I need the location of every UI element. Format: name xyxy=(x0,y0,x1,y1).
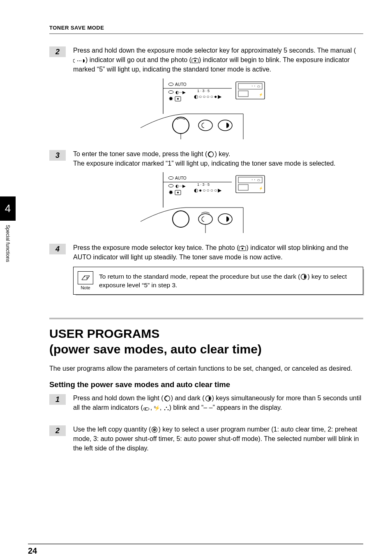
note-label: Note xyxy=(81,285,90,290)
svg-point-24 xyxy=(198,120,212,131)
page-footer: 24 xyxy=(28,543,363,554)
svg-text:✸: ✸ xyxy=(168,189,173,196)
step-number: 2 xyxy=(49,425,66,436)
svg-point-44 xyxy=(173,211,189,227)
svg-point-26 xyxy=(208,152,214,157)
svg-text:◐○○○○●▶: ◐○○○○●▶ xyxy=(194,94,222,99)
svg-point-1 xyxy=(79,60,80,61)
svg-point-59 xyxy=(167,409,168,410)
svg-text:⠂⠂ ⬭: ⠂⠂ ⬭ xyxy=(251,85,260,88)
step-number: 3 xyxy=(49,150,66,161)
side-tab: 4 Special functions xyxy=(0,196,16,274)
note-box: Note To return to the standard mode, rep… xyxy=(73,267,363,295)
svg-point-31 xyxy=(168,184,173,187)
step-number: 2 xyxy=(49,46,66,57)
svg-point-47 xyxy=(218,214,232,224)
step-number: 1 xyxy=(49,394,66,405)
svg-point-58 xyxy=(166,406,167,408)
svg-point-13 xyxy=(177,98,179,99)
svg-text:8: 8 xyxy=(154,406,156,409)
svg-point-49 xyxy=(242,248,243,249)
svg-point-35 xyxy=(177,192,179,193)
svg-point-51 xyxy=(164,396,170,401)
control-panel-figure: AUTO ◐···▶ ✸ 1 · 3 · 5 ◐●○○○○▶ ⠂⠂ ⬭ ⚡ xyxy=(49,172,363,235)
step-body: Use the left copy quantity () key to sel… xyxy=(73,425,363,453)
svg-rect-18 xyxy=(238,91,248,97)
section-rule xyxy=(49,318,363,319)
svg-point-7 xyxy=(168,83,173,85)
svg-text:⠂⠂ ⬭: ⠂⠂ ⬭ xyxy=(251,178,260,182)
svg-text:✸: ✸ xyxy=(168,95,173,102)
svg-point-29 xyxy=(168,176,173,179)
svg-text:⚡: ⚡ xyxy=(259,186,263,190)
note-icon xyxy=(78,271,93,284)
step-number: 4 xyxy=(49,244,66,254)
svg-point-2 xyxy=(81,60,81,61)
note-text: To return to the standard mode, repeat t… xyxy=(99,272,357,290)
svg-text:◐···▶: ◐···▶ xyxy=(175,90,186,95)
step-body: Press and hold down the exposure mode se… xyxy=(73,46,363,74)
section-title: USER PROGRAMS xyxy=(49,327,363,341)
section-intro: The user programs allow the parameters o… xyxy=(49,364,363,373)
chapter-number: 4 xyxy=(0,196,16,221)
svg-text:◐●○○○○▶: ◐●○○○○▶ xyxy=(194,187,222,193)
running-header: TONER SAVE MODE xyxy=(49,25,363,34)
page-number: 24 xyxy=(28,546,37,554)
chapter-label: Special functions xyxy=(0,221,16,274)
svg-point-50 xyxy=(301,274,307,279)
section-subhead: Setting the power save modes and auto cl… xyxy=(49,380,363,389)
svg-point-4 xyxy=(194,60,196,62)
step-body: To enter the toner save mode, press the … xyxy=(73,149,363,168)
svg-point-25 xyxy=(218,120,232,131)
svg-point-45 xyxy=(198,214,212,224)
svg-point-57 xyxy=(164,409,165,410)
svg-point-54 xyxy=(145,408,146,409)
svg-rect-40 xyxy=(238,185,248,190)
svg-text:◐···▶: ◐···▶ xyxy=(175,184,186,188)
svg-text:AUTO: AUTO xyxy=(175,82,187,87)
svg-text:1 · 3 · 5: 1 · 3 · 5 xyxy=(197,182,210,187)
section-subtitle: (power save modes, auto clear time) xyxy=(49,342,363,356)
step-body: Press and hold down the light () and dar… xyxy=(73,393,363,412)
control-panel-figure: AUTO ◐···▶ ✸ 1 · 3 · 5 ◐○○○○●▶ ⠂⠂ ⬭ ⚡ xyxy=(49,78,363,142)
svg-point-0 xyxy=(77,60,78,61)
svg-point-9 xyxy=(168,90,173,93)
svg-text:1 · 3 · 5: 1 · 3 · 5 xyxy=(197,89,210,93)
svg-text:⚡: ⚡ xyxy=(259,92,263,97)
step-body: Press the exposure mode selector key twi… xyxy=(73,243,363,262)
svg-text:AUTO: AUTO xyxy=(175,176,187,180)
svg-point-52 xyxy=(205,396,211,401)
svg-point-22 xyxy=(173,117,189,134)
